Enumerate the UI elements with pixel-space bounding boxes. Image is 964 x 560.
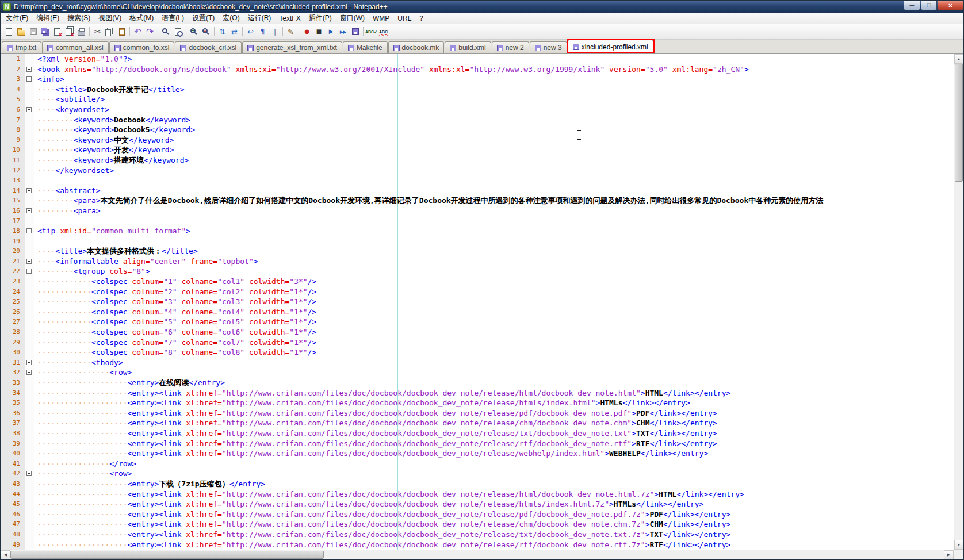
tab-build-xml[interactable]: build.xml: [445, 41, 491, 53]
toolbar-sync-horizontal-scroll-button[interactable]: ⇄: [228, 26, 240, 38]
code-text[interactable]: ····<subtitle/>: [34, 94, 954, 105]
menu-search[interactable]: 搜索(S): [63, 12, 94, 24]
maximize-button[interactable]: □: [921, 1, 937, 10]
code-text[interactable]: <tip xml:id="common_multi_format">: [34, 226, 954, 236]
toolbar-spell-check-button[interactable]: ABC✓: [365, 26, 377, 38]
menu-file[interactable]: 文件(F): [2, 12, 32, 24]
toolbar-macro-record-button[interactable]: ●: [301, 26, 313, 38]
code-text[interactable]: <?xml version="1.0"?>: [34, 54, 954, 64]
menu-run[interactable]: 运行(R): [244, 12, 276, 24]
code-text[interactable]: ····················<entry><link xl:href…: [34, 489, 954, 500]
code-text[interactable]: ········<para>: [34, 206, 954, 216]
minimize-button[interactable]: ─: [904, 1, 920, 10]
menu-url[interactable]: URL: [393, 13, 415, 24]
toolbar-copy-button[interactable]: [104, 26, 116, 38]
code-text[interactable]: ····<title>Docbook开发手记</title>: [34, 85, 954, 95]
code-text[interactable]: ················<row>: [34, 469, 954, 479]
code-text[interactable]: ····················<entry><link xl:href…: [34, 530, 954, 540]
toolbar-open-file-button[interactable]: [15, 26, 27, 38]
code-text[interactable]: ····················<entry><link xl:href…: [34, 499, 954, 509]
toolbar-save-all-button[interactable]: [39, 26, 51, 38]
code-text[interactable]: ················<row>: [34, 367, 954, 378]
menu-view[interactable]: 视图(V): [94, 12, 125, 24]
toolbar-user-define-language-button[interactable]: ✎: [285, 26, 297, 38]
menu-language[interactable]: 语言(L): [158, 12, 188, 24]
code-text[interactable]: ············<colspec colnum="2" colname=…: [34, 287, 954, 297]
toolbar-save-button[interactable]: [27, 26, 39, 38]
toolbar-cut-button[interactable]: ✂: [91, 26, 104, 38]
code-text[interactable]: ········<keyword>Docbook5</keyword>: [34, 125, 954, 135]
tab-new-2[interactable]: new 2: [492, 41, 529, 53]
tab-common-fo-xsl[interactable]: common_fo.xsl: [109, 41, 175, 53]
fold-collapse-box[interactable]: [26, 228, 32, 233]
code-text[interactable]: ············<colspec colnum="1" colname=…: [34, 277, 954, 287]
code-text[interactable]: ········<para>本文先简介了什么是Docbook,然后详细介绍了如何…: [34, 195, 954, 206]
menu-textfx[interactable]: TextFX: [275, 13, 304, 24]
code-text[interactable]: ····················<entry>在线阅读</entry>: [34, 378, 954, 388]
toolbar-replace-button[interactable]: [172, 26, 184, 38]
code-text[interactable]: ····················<entry><link xl:href…: [34, 540, 954, 550]
toolbar-redo-button[interactable]: ↷: [144, 26, 156, 38]
fold-collapse-box[interactable]: [26, 188, 32, 193]
code-text[interactable]: ············<colspec colnum="4" colname=…: [34, 307, 954, 317]
toolbar-close-button[interactable]: [51, 26, 63, 38]
code-text[interactable]: ····</keywordset>: [34, 166, 954, 176]
scroll-up-button[interactable]: ▲: [954, 54, 963, 64]
toolbar-word-wrap-button[interactable]: ↩: [244, 26, 257, 38]
code-text[interactable]: ················</row>: [34, 459, 954, 469]
vertical-scrollbar-thumb[interactable]: [955, 64, 963, 182]
code-text[interactable]: ····················<entry><link xl:href…: [34, 439, 954, 449]
tab-generate-xsl-from-xml-txt[interactable]: generate_xsl_from_xml.txt: [242, 41, 342, 53]
toolbar-close-all-button[interactable]: [63, 26, 75, 38]
title-bar[interactable]: N D:\tmp\tmp_dev_root\cygwin\home\CLi\de…: [1, 1, 963, 13]
vertical-scrollbar[interactable]: ▲ ▼: [954, 54, 963, 550]
horizontal-scrollbar-thumb[interactable]: [10, 551, 324, 559]
toolbar-print-button[interactable]: [75, 26, 87, 38]
code-text[interactable]: ····<abstract>: [34, 186, 954, 196]
code-text[interactable]: ········<keyword>搭建环境</keyword>: [34, 155, 954, 166]
scroll-left-button[interactable]: ◀: [1, 550, 10, 559]
toolbar-macro-stop-button[interactable]: ■: [313, 26, 325, 38]
vertical-scrollbar-track[interactable]: [954, 64, 963, 540]
close-button[interactable]: ×: [938, 1, 963, 10]
code-text[interactable]: ····················<entry><link xl:href…: [34, 418, 954, 428]
fold-collapse-box[interactable]: [26, 67, 32, 72]
menu-help[interactable]: ?: [415, 13, 427, 24]
code-text[interactable]: ············<colspec colnum="6" colname=…: [34, 327, 954, 337]
toolbar-sync-vertical-scroll-button[interactable]: ⇅: [216, 26, 228, 38]
code-text[interactable]: ····················<entry><link xl:href…: [34, 509, 954, 520]
tab-common-all-xsl[interactable]: common_all.xsl: [42, 41, 109, 53]
code-text[interactable]: ············<colspec colnum="5" colname=…: [34, 317, 954, 327]
code-text[interactable]: [34, 175, 954, 186]
fold-collapse-box[interactable]: [26, 269, 32, 274]
code-text[interactable]: ············<colspec colnum="7" colname=…: [34, 337, 954, 348]
fold-collapse-box[interactable]: [26, 76, 32, 82]
code-area[interactable]: 1<?xml version="1.0"?>2<book xmlns="http…: [1, 54, 954, 550]
fold-collapse-box[interactable]: [26, 259, 32, 264]
menu-format[interactable]: 格式(M): [125, 12, 158, 24]
toolbar-undo-button[interactable]: ↶: [132, 26, 144, 38]
code-text[interactable]: <info>: [34, 74, 954, 85]
horizontal-scrollbar-track[interactable]: [10, 550, 944, 559]
fold-collapse-box[interactable]: [26, 471, 32, 476]
menu-plugins[interactable]: 插件(P): [305, 12, 336, 24]
toolbar-zoom-in-button[interactable]: [188, 26, 200, 38]
toolbar-new-file-button[interactable]: [3, 26, 15, 38]
fold-collapse-box[interactable]: [26, 360, 32, 365]
code-text[interactable]: ····················<entry><link xl:href…: [34, 428, 954, 439]
tab-makefile[interactable]: Makefile: [343, 41, 388, 53]
toolbar-zoom-out-button[interactable]: [200, 26, 212, 38]
code-text[interactable]: ············<colspec colnum="8" colname=…: [34, 347, 954, 358]
menu-settings[interactable]: 设置(T): [188, 12, 219, 24]
menu-window[interactable]: 窗口(W): [336, 12, 369, 24]
code-text[interactable]: ····<informaltable align="center" frame=…: [34, 256, 954, 267]
tab-docbook-crl-xsl[interactable]: docbook_crl.xsl: [175, 41, 242, 53]
toolbar-find-button[interactable]: [160, 26, 172, 38]
code-text[interactable]: ····················<entry><link xl:href…: [34, 388, 954, 398]
fold-collapse-box[interactable]: [26, 107, 32, 112]
code-text[interactable]: ········<keyword>Docbook</keyword>: [34, 115, 954, 125]
menu-edit[interactable]: 编辑(E): [32, 12, 63, 24]
code-text[interactable]: ············<colspec colnum="3" colname=…: [34, 297, 954, 307]
code-text[interactable]: ········<keyword>中文</keyword>: [34, 135, 954, 145]
menu-macro[interactable]: 宏(O): [219, 12, 243, 24]
